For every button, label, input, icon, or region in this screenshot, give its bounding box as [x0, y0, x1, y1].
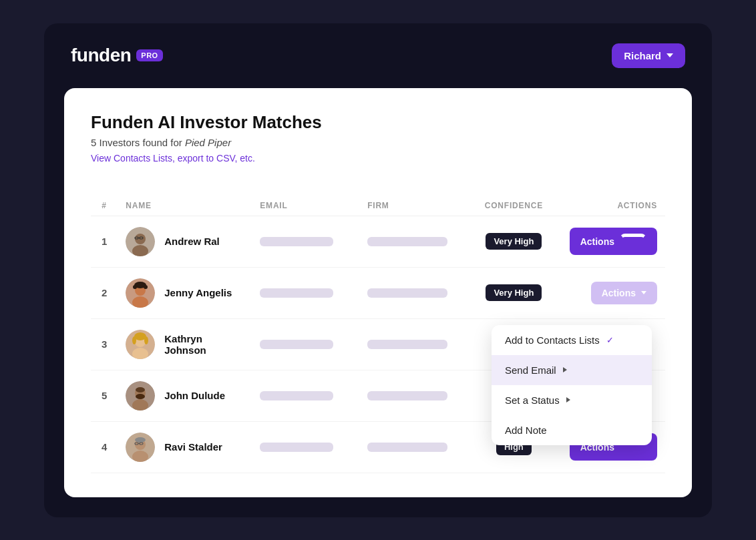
- firm-cell: [359, 318, 467, 370]
- action-col: Actions: [561, 216, 665, 267]
- checkmark-icon: ✓: [606, 335, 614, 345]
- avatar: [126, 330, 155, 359]
- firm-blurred: [367, 391, 447, 400]
- actions-dropdown: Add to Contacts Lists ✓ Send Email Set a…: [492, 325, 652, 445]
- add-note-label: Add Note: [505, 425, 547, 436]
- col-header-actions: ACTIONS: [561, 196, 665, 216]
- confidence-badge: Very High: [486, 284, 542, 301]
- chevron-right-icon: [563, 367, 567, 372]
- company-name: Pied Piper: [185, 137, 231, 148]
- table-header-row: # NAME EMAIL FIRM CONFIDENCE ACTIONS: [91, 196, 665, 216]
- subtitle-prefix: 5 Investors found for: [91, 137, 185, 148]
- add-contacts-label: Add to Contacts Lists: [505, 334, 600, 346]
- firm-blurred: [367, 237, 447, 246]
- col-header-firm: FIRM: [359, 196, 467, 216]
- svg-point-17: [144, 336, 148, 344]
- firm-cell: [359, 216, 467, 267]
- svg-point-26: [135, 437, 146, 443]
- col-header-confidence: CONFIDENCE: [467, 196, 561, 216]
- subtitle: 5 Investors found for Pied Piper: [91, 137, 665, 148]
- actions-label: Actions: [580, 236, 614, 247]
- dropdown-item-send-email[interactable]: Send Email: [492, 355, 652, 385]
- email-blurred: [260, 391, 333, 400]
- confidence-cell: Very High: [467, 267, 561, 318]
- avatar: [126, 278, 155, 308]
- firm-cell: [359, 370, 467, 421]
- confidence-cell: Very High: [467, 216, 561, 267]
- chevron-down-icon: [620, 234, 646, 249]
- name-cell: Jenny Angelis: [118, 267, 252, 318]
- actions-button[interactable]: Actions: [591, 282, 657, 304]
- investor-name: Andrew Ral: [164, 236, 220, 247]
- table-row: 1 Andrew Ral Very High: [91, 216, 665, 267]
- col-header-name: NAME: [118, 196, 252, 216]
- row-number: 4: [91, 421, 118, 473]
- row-number: 2: [91, 267, 118, 318]
- name-cell: Kathryn Johnson: [118, 318, 252, 370]
- svg-point-10: [133, 285, 137, 289]
- col-header-num: #: [91, 196, 118, 216]
- avatar: [126, 433, 155, 462]
- name-cell: Andrew Ral: [118, 216, 252, 267]
- logo-text: funden: [71, 45, 131, 66]
- svg-point-22: [136, 394, 145, 399]
- logo-area: funden PRO: [71, 45, 163, 66]
- row-number: 5: [91, 370, 118, 421]
- actions-button[interactable]: Actions: [570, 228, 657, 255]
- user-name: Richard: [624, 50, 661, 61]
- svg-point-16: [132, 336, 136, 344]
- firm-cell: [359, 421, 467, 473]
- navbar: funden PRO Richard: [64, 43, 692, 68]
- investor-name: Kathryn Johnson: [164, 333, 244, 356]
- investor-name: Jenny Angelis: [164, 287, 232, 298]
- actions-label: Actions: [602, 288, 636, 298]
- svg-point-21: [136, 387, 145, 392]
- email-blurred: [260, 443, 333, 452]
- pro-badge: PRO: [136, 49, 162, 61]
- email-blurred: [260, 288, 333, 298]
- action-col: Actions: [561, 267, 665, 318]
- avatar: [126, 227, 155, 256]
- col-header-email: EMAIL: [252, 196, 359, 216]
- email-cell: [252, 267, 359, 318]
- email-cell: [252, 421, 359, 473]
- app-container: funden PRO Richard Funden AI Investor Ma…: [44, 23, 712, 517]
- email-cell: [252, 318, 359, 370]
- chevron-down-icon: [641, 291, 646, 294]
- name-cell: Ravi Stalder: [118, 421, 252, 473]
- email-cell: [252, 370, 359, 421]
- main-card: Funden AI Investor Matches 5 Investors f…: [64, 88, 692, 497]
- dropdown-item-add-contacts[interactable]: Add to Contacts Lists ✓: [492, 325, 652, 355]
- send-email-label: Send Email: [505, 364, 556, 376]
- chevron-right-icon-2: [566, 397, 570, 402]
- set-status-label: Set a Status: [505, 394, 560, 406]
- firm-blurred: [367, 443, 447, 452]
- firm-cell: [359, 267, 467, 318]
- user-menu-button[interactable]: Richard: [612, 43, 685, 68]
- table-row: 2 Jenny Angelis Very High: [91, 267, 665, 318]
- firm-blurred: [367, 288, 447, 298]
- investor-name: Ravi Stalder: [164, 441, 222, 453]
- row-number: 3: [91, 318, 118, 370]
- svg-point-11: [144, 285, 148, 289]
- view-contacts-link[interactable]: View Contacts Lists, export to CSV, etc.: [91, 153, 255, 164]
- email-blurred: [260, 237, 333, 246]
- chevron-down-icon: [667, 53, 673, 57]
- dropdown-item-add-note[interactable]: Add Note: [492, 415, 652, 445]
- confidence-badge: Very High: [486, 233, 542, 250]
- name-cell: John Dulude: [118, 370, 252, 421]
- email-cell: [252, 216, 359, 267]
- row-number: 1: [91, 216, 118, 267]
- email-blurred: [260, 340, 333, 349]
- dropdown-item-set-status[interactable]: Set a Status: [492, 385, 652, 415]
- page-title: Funden AI Investor Matches: [91, 112, 665, 133]
- avatar: [126, 381, 155, 411]
- firm-blurred: [367, 340, 447, 349]
- investor-name: John Dulude: [164, 390, 225, 401]
